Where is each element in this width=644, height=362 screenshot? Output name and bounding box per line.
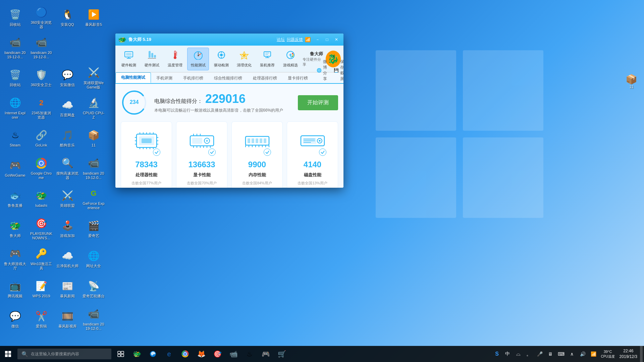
desktop-icon-sougou[interactable]: 🔍 搜狗高速浏览器 [55,154,80,183]
tray-keyboard[interactable]: ⌨ [556,346,567,362]
toolbar-hardware-test[interactable]: 硬件测试 [141,48,163,70]
hardware-detect-label: 硬件检测 [121,63,136,68]
desktop-icon-gamebooster[interactable]: 🕹️ 游戏加加 [55,214,80,243]
desktop-icon-baidupan[interactable]: ☁️ 百度网盘 [55,93,80,123]
tray-volume[interactable]: 🔊 [577,346,588,362]
desktop-icon-cpuid[interactable]: 🔬 CPUID CPU-Z [81,93,106,123]
feedback-link[interactable]: 问题反馈 [287,37,303,43]
desktop-icon-wechat[interactable]: 💬 微信 [3,304,28,334]
taskview-button[interactable] [113,346,129,362]
tray-halfwidth[interactable]: ⌓ [513,346,524,362]
taskbar-pubg-app[interactable]: 🎯 [209,346,225,362]
toolbar-pc-recommend[interactable]: 装机推荐 [257,48,278,70]
tab-comprehensive-rank[interactable]: 综合性能排行榜 [209,73,248,83]
desktop-icon-goweame[interactable]: 🎮 GoWeGame [3,154,28,183]
tray-ime-s[interactable]: S [491,346,502,362]
cpu-icon-container [131,126,162,157]
desktop-icon-fish[interactable]: 🐟 鲁鱼直播 [3,184,28,213]
desktop-icon-bandicam2[interactable]: 📹 bandicam 2019-12-0... [29,33,54,62]
toolbar-perf-test[interactable]: 性能测试 [187,48,209,70]
taskbar-5173-app[interactable]: 🛒 [274,346,290,362]
desktop-icon-tencent-video[interactable]: 📺 腾讯视频 [3,274,28,304]
tab-cpu-rank[interactable]: 处理器排行榜 [248,73,282,83]
desktop-icon-recycle[interactable]: 🗑️ 回收站 [3,3,28,32]
desktop-icon-bandicam4[interactable]: 📹 bandicam 2019-12-0... [81,304,106,334]
desktop-icon-bandicam3[interactable]: 📹 bandicam 2019-12-0... [81,154,106,183]
desktop-icon-golink[interactable]: 🔗 GoLink [29,123,54,153]
desktop-icon-pubg[interactable]: 🎯 PLAYERUNKNOWN'S... [29,214,54,243]
tab-pc-test[interactable]: 电脑性能测试 [115,72,151,83]
desktop-icon-baofeng[interactable]: ▶️ 暴风影音5 [81,3,106,32]
tray-ime-zh[interactable]: 中 [502,346,513,362]
desktop-icon-lol[interactable]: ⚔️ 英雄联盟 [55,184,80,213]
perf-card-cpu: 78343 处理器性能 击败全国77%用户 [121,121,172,188]
desktop-icon-wps[interactable]: 📝 WPS 2019 [29,274,54,304]
maximize-button[interactable]: □ [323,36,331,43]
search-input[interactable] [31,352,105,356]
clock-time: 22:46 [623,348,633,354]
taskbar-edge-app[interactable] [145,346,161,362]
desktop-icon-kugou[interactable]: 🎵 酷狗音乐 [55,123,80,153]
tray-wifi[interactable]: 📶 [588,346,599,362]
start-test-button[interactable]: 开始评测 [298,95,338,110]
save-screenshot-btn[interactable]: 💾 保存截屏 [330,58,343,83]
desktop-icon-11[interactable]: 📦 11 [81,123,106,153]
desktop-icon-lol-wegame[interactable]: ⚔️ 英雄联盟WeGame版 [81,63,106,93]
taskbar-wegame-app[interactable]: 🎮 [258,346,274,362]
close-button[interactable]: ✕ [332,36,341,43]
minimize-button[interactable]: － [313,36,322,43]
toolbar-driver-detect[interactable]: 驱动检测 [210,48,232,70]
toolbar-temp-manage[interactable]: 温度管理 [164,48,186,70]
forum-link[interactable]: 论坛 [277,37,285,43]
desktop-icon-360browser[interactable]: 🔵 360安全浏览器 [29,3,54,32]
tab-phone-rank[interactable]: 手机排行榜 [178,73,209,83]
desktop-icon-geforce[interactable]: G GeForce Experience [81,184,106,213]
svg-rect-62 [142,138,152,143]
desktop-icon-chrome[interactable]: Google Chrome [29,154,54,183]
weibo-share-btn[interactable]: 🌐 微博分享 [313,58,330,83]
taskbar-search[interactable]: 🔍 [17,349,111,359]
desktop-icon-ludashi2[interactable]: 🐲 ludashi [29,184,54,213]
toolbar-game-select[interactable]: 游戏精选 [280,48,302,70]
svg-rect-81 [264,138,266,143]
desktop-icon-right-11[interactable]: 📦 11 [626,74,637,89]
desktop-icon-storm-news[interactable]: 📰 暴风新闻 [55,274,80,304]
taskbar-steam-app[interactable]: ♨ [241,346,258,362]
svg-rect-10 [154,55,156,58]
desktop-icon-ludashi-main[interactable]: 🐲 鲁大师 [3,214,28,243]
show-desktop-button[interactable] [640,346,643,362]
taskbar-ludashi-app[interactable]: 🐲 [129,346,145,362]
tray-network[interactable]: 🖥 [545,346,556,362]
window-titlebar[interactable]: 🐲 鲁大师 5.19 论坛 问题反馈 📶 － □ ✕ [115,34,343,46]
taskbar-chrome-app[interactable] [177,346,193,362]
desktop-icon-webdir[interactable]: 🌐 网址大全 [81,244,106,274]
tray-mic[interactable]: 🎤 [534,346,545,362]
desktop-icon-recycle2[interactable]: 🗑️ 回收站 [3,63,28,93]
tray-punct[interactable]: 。 [524,346,534,362]
desktop-icon-360safe[interactable]: 🛡️ 360安全卫士 [29,63,54,93]
taskbar-ie-app[interactable]: e [161,346,177,362]
desktop-icon-aijianji[interactable]: ✂️ 爱剪辑 [29,304,54,334]
taskbar-bandicam-app[interactable]: 📹 [225,346,241,362]
desktop-icon-gamehall[interactable]: 🎮 鲁大师游戏大厅 [3,244,28,274]
desktop-icon-storm-media[interactable]: 🎞️ 暴风影视库 [55,304,80,334]
desktop-icon-2345[interactable]: 2 2345加速浏览器 [29,93,54,123]
desktop-icon-steam[interactable]: ♨ Steam [3,123,28,153]
start-button[interactable] [0,346,16,362]
desktop-icon-ie[interactable]: 🌐 Internet Explorer [3,93,28,123]
desktop-icon-qq[interactable]: 🐧 安装QQ [55,3,80,32]
desktop-icon-win10[interactable]: 🔑 Win10激活工具 [29,244,54,274]
desktop-icon-cloud[interactable]: ☁️ 云净装机大师 [55,244,80,274]
desktop-icon-iqiyi[interactable]: 🎬 爱奇艺 [81,214,106,243]
desktop-icon-wechat-install[interactable]: 💬 安装微信 [55,63,80,93]
taskbar-fire-app[interactable]: 🦊 [193,346,209,362]
taskbar-clock[interactable]: 22:46 2019/12/3 [617,346,640,362]
svg-rect-100 [8,354,11,357]
toolbar-clean-optimize[interactable]: 清理优化 [233,48,255,70]
desktop-icon-bandicam1[interactable]: 📹 bandicam 2019-12-0... [3,33,28,62]
toolbar-hardware-detect[interactable]: 硬件检测 [118,48,140,70]
tray-show-hidden[interactable]: ∧ [567,346,577,362]
tab-gpu-rank[interactable]: 显卡排行榜 [282,73,313,83]
tab-phone-test[interactable]: 手机评测 [151,73,178,83]
desktop-icon-iqiyi-live[interactable]: 📡 爱奇艺轮播台 [81,274,106,304]
